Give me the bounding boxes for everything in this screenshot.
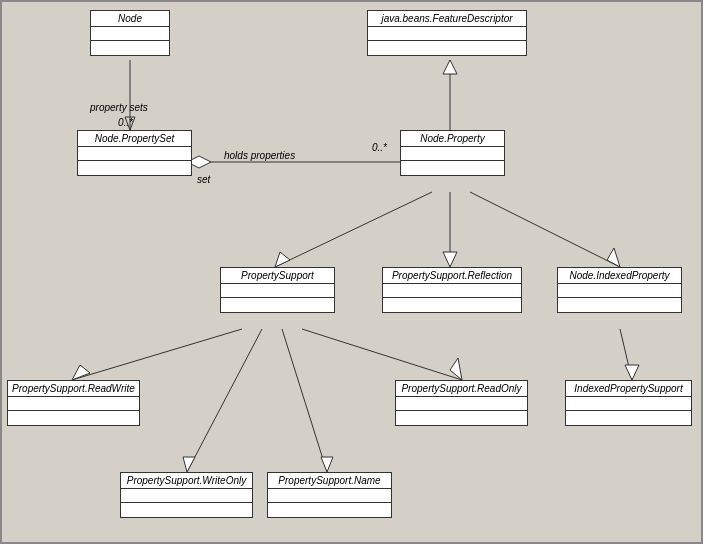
svg-marker-6 bbox=[443, 60, 457, 74]
class-PropertySupportReadOnly: PropertySupport.ReadOnly bbox=[395, 380, 528, 426]
class-FeatureDescriptor-name: java.beans.FeatureDescriptor bbox=[368, 11, 526, 27]
class-NodePropertySet-name: Node.PropertySet bbox=[78, 131, 191, 147]
svg-line-13 bbox=[72, 329, 242, 380]
svg-marker-16 bbox=[183, 457, 195, 472]
svg-marker-10 bbox=[443, 252, 457, 267]
diagram-container: property sets 0..* holds properties 0..*… bbox=[0, 0, 703, 544]
label-zero-star-2: 0..* bbox=[372, 142, 387, 153]
svg-marker-8 bbox=[275, 252, 290, 267]
label-holds-properties: holds properties bbox=[224, 150, 295, 161]
class-PropertySupportName: PropertySupport.Name bbox=[267, 472, 392, 518]
svg-line-7 bbox=[275, 192, 432, 267]
svg-marker-22 bbox=[625, 365, 639, 380]
class-Node: Node bbox=[90, 10, 170, 56]
class-NodeProperty-name: Node.Property bbox=[401, 131, 504, 147]
class-PropertySupportReadWrite: PropertySupport.ReadWrite bbox=[7, 380, 140, 426]
class-PropertySupportWriteOnly: PropertySupport.WriteOnly bbox=[120, 472, 253, 518]
svg-marker-14 bbox=[72, 365, 90, 380]
svg-marker-12 bbox=[607, 248, 620, 267]
label-zero-star-1: 0..* bbox=[118, 117, 133, 128]
class-PropertySupportName-name: PropertySupport.Name bbox=[268, 473, 391, 489]
class-NodeIndexedProperty: Node.IndexedProperty bbox=[557, 267, 682, 313]
svg-line-19 bbox=[302, 329, 462, 380]
class-NodeProperty: Node.Property bbox=[400, 130, 505, 176]
label-property-sets: property sets bbox=[90, 102, 148, 113]
svg-line-17 bbox=[282, 329, 327, 472]
class-PropertySupport: PropertySupport bbox=[220, 267, 335, 313]
class-NodePropertySet: Node.PropertySet bbox=[77, 130, 192, 176]
label-set: set bbox=[197, 174, 210, 185]
class-PropertySupportReflection: PropertySupport.Reflection bbox=[382, 267, 522, 313]
class-PropertySupportReadOnly-name: PropertySupport.ReadOnly bbox=[396, 381, 527, 397]
class-PropertySupportWriteOnly-name: PropertySupport.WriteOnly bbox=[121, 473, 252, 489]
svg-line-11 bbox=[470, 192, 620, 267]
class-FeatureDescriptor: java.beans.FeatureDescriptor bbox=[367, 10, 527, 56]
svg-line-21 bbox=[620, 329, 632, 380]
svg-marker-20 bbox=[450, 358, 462, 380]
class-IndexedPropertySupport: IndexedPropertySupport bbox=[565, 380, 692, 426]
class-PropertySupportReadWrite-name: PropertySupport.ReadWrite bbox=[8, 381, 139, 397]
class-IndexedPropertySupport-name: IndexedPropertySupport bbox=[566, 381, 691, 397]
svg-line-15 bbox=[187, 329, 262, 472]
class-Node-name: Node bbox=[91, 11, 169, 27]
svg-marker-18 bbox=[321, 457, 333, 472]
class-NodeIndexedProperty-name: Node.IndexedProperty bbox=[558, 268, 681, 284]
class-PropertySupportReflection-name: PropertySupport.Reflection bbox=[383, 268, 521, 284]
class-PropertySupport-name: PropertySupport bbox=[221, 268, 334, 284]
